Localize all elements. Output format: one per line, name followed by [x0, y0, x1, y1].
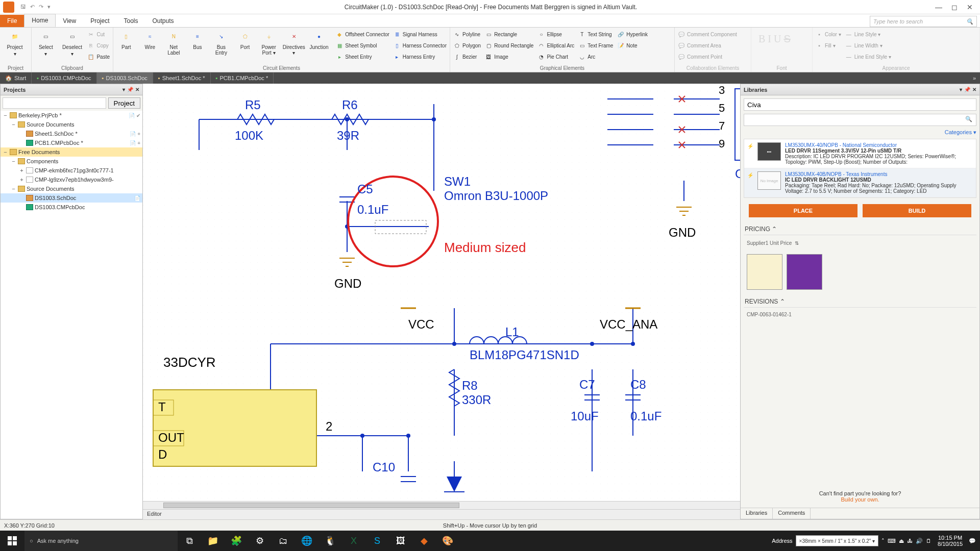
select-button[interactable]: ▭Select▾: [35, 29, 57, 57]
taskbar-excel-icon[interactable]: X: [342, 531, 365, 551]
harnessconn-button[interactable]: ▯Harness Connector: [394, 40, 447, 51]
doctab-start[interactable]: 🏠Start: [0, 72, 32, 84]
tray-keyboard-icon[interactable]: ⌨: [888, 538, 896, 544]
powerport-button[interactable]: ⏚Power Port ▾: [259, 29, 279, 56]
tree-node[interactable]: −Berkeley.PrjPcb *📄 ✔: [1, 111, 142, 120]
bus-button[interactable]: ≡Bus: [188, 29, 208, 50]
harnessentry-button[interactable]: ▸Harness Entry: [394, 52, 447, 62]
taskbar-chrome-icon[interactable]: 🌐: [295, 531, 318, 551]
search-result-2[interactable]: ⚡ No Image LM3530UMX-40B/NOPB - Texas In…: [744, 168, 976, 197]
qat-dropdown-icon[interactable]: ▾: [47, 4, 51, 10]
libs-dropdown-icon[interactable]: ▾: [960, 87, 962, 92]
tray-volume-icon[interactable]: 🔊: [916, 538, 923, 544]
polygon-button[interactable]: ⬠Polygon: [453, 40, 481, 51]
tab-tools[interactable]: Tools: [117, 15, 145, 27]
tab-project[interactable]: Project: [83, 15, 116, 27]
search-icon[interactable]: 🔍: [966, 18, 973, 25]
panel-dropdown-icon[interactable]: ▾: [122, 87, 125, 92]
tray-network-icon[interactable]: 🖧: [907, 538, 913, 544]
wire-button[interactable]: ≈Wire: [140, 29, 160, 50]
cortana-search[interactable]: ○Ask me anything: [24, 531, 178, 551]
qat-redo-icon[interactable]: ↷: [39, 4, 43, 10]
tray-clock[interactable]: 10:15 PM8/10/2015: [935, 535, 966, 547]
footer-tab-comments[interactable]: Comments: [773, 508, 811, 519]
taskbar-app3-icon[interactable]: 🗂: [272, 531, 295, 551]
roundrect-button[interactable]: ▢Round Rectangle: [485, 40, 533, 51]
project-button[interactable]: 📁Project▾: [3, 29, 27, 57]
horizontal-scrollbar[interactable]: [143, 501, 740, 509]
projects-filter-input[interactable]: [3, 97, 106, 109]
doctab-3[interactable]: ▪Sheet1.SchDoc *: [153, 72, 211, 84]
rectangle-button[interactable]: ▭Rectangle: [485, 29, 533, 39]
ribbon-search[interactable]: Type here to search🔍: [870, 16, 977, 27]
projects-tree[interactable]: −Berkeley.PrjPcb *📄 ✔−Source DocumentsSh…: [1, 111, 142, 519]
netlabel-button[interactable]: NNet Label: [164, 29, 184, 56]
pie-button[interactable]: ◔Pie Chart: [537, 52, 574, 62]
textstring-button[interactable]: TText String: [578, 29, 613, 39]
projects-project-button[interactable]: Project: [108, 97, 140, 109]
copy-button[interactable]: ⎘Copy: [87, 40, 110, 51]
paste-button[interactable]: 📋Paste: [87, 52, 110, 62]
schematic-canvas[interactable]: R5100K R639R C50.1uF SW1Omron B3U-1000P …: [143, 84, 740, 501]
tray-notifications-icon[interactable]: 💬: [969, 538, 976, 544]
image-button[interactable]: 🖼Image: [485, 52, 533, 62]
offsheet-button[interactable]: ◆Offsheet Connector: [336, 29, 389, 39]
qat-save-icon[interactable]: 🖫: [20, 4, 26, 10]
doctabs-overflow-icon[interactable]: »: [969, 75, 980, 81]
arc-button[interactable]: ◡Arc: [578, 52, 613, 62]
model-footprint[interactable]: [787, 254, 822, 290]
start-button[interactable]: [0, 531, 24, 551]
tree-node[interactable]: PCB1.CMPcbDoc *📄 +: [1, 138, 142, 147]
minimize-icon[interactable]: —: [935, 3, 942, 11]
polyline-button[interactable]: ∿Polyline: [453, 29, 481, 39]
tab-home[interactable]: Home: [24, 14, 56, 27]
taskbar-paint-icon[interactable]: 🎨: [436, 531, 459, 551]
earc-button[interactable]: ◠Elliptical Arc: [537, 40, 574, 51]
doctab-2[interactable]: ▪DS1003.SchDoc: [97, 72, 153, 84]
doctab-4[interactable]: ▪PCB1.CMPcbDoc *: [211, 72, 274, 84]
sheetentry-button[interactable]: ▸Sheet Entry: [336, 52, 389, 62]
libraries-search-input[interactable]: [744, 98, 976, 111]
taskbar-skype-icon[interactable]: S: [365, 531, 389, 551]
textframe-button[interactable]: ▭Text Frame: [578, 40, 613, 51]
tree-node[interactable]: −Source Documents: [1, 120, 142, 129]
place-button[interactable]: PLACE: [749, 204, 857, 217]
sort-icon[interactable]: ⇅: [795, 240, 799, 246]
panel-pin-icon[interactable]: 📌: [127, 87, 133, 92]
tray-removable-icon[interactable]: ⏏: [899, 538, 904, 544]
busentry-button[interactable]: ↘Bus Entry: [211, 29, 231, 56]
tree-node[interactable]: −Source Documents: [1, 184, 142, 193]
revision-row[interactable]: CMP-0063-01462-1: [744, 311, 976, 318]
taskbar-circuitmaker-icon[interactable]: ◆: [412, 531, 436, 551]
close-icon[interactable]: ✕: [967, 3, 973, 11]
doctab-1[interactable]: ▪DS1003.CMPcbDoc: [32, 72, 96, 84]
tray-up-icon[interactable]: ˄: [881, 538, 885, 544]
ellipse-button[interactable]: ○Ellipse: [537, 29, 574, 39]
taskbar-explorer-icon[interactable]: 📁: [201, 531, 225, 551]
cut-button[interactable]: ✂Cut: [87, 29, 110, 39]
junction-button[interactable]: ●Junction: [309, 29, 329, 50]
deselect-button[interactable]: ▭Deselect▾: [61, 29, 84, 57]
qat-undo-icon[interactable]: ↶: [30, 4, 35, 10]
tree-node[interactable]: +CMP-lg9zxv7epb1hdwyow3m9-: [1, 175, 142, 184]
tab-view[interactable]: View: [56, 15, 83, 27]
tree-node[interactable]: Sheet1.SchDoc *📄 +: [1, 129, 142, 138]
build-button[interactable]: BUILD: [863, 204, 971, 217]
sheetsymbol-button[interactable]: ▦Sheet Symbol: [336, 40, 389, 51]
directives-button[interactable]: ✕Directives ▾: [283, 29, 305, 56]
build-your-own-link[interactable]: Build your own.: [841, 496, 879, 503]
pricing-section[interactable]: PRICING ⌃: [744, 223, 976, 235]
tree-node[interactable]: DS1003.SchDoc📄: [1, 193, 142, 203]
libs-pin-icon[interactable]: 📌: [964, 87, 970, 92]
note-button[interactable]: 📝Note: [617, 40, 648, 51]
categories-link[interactable]: Categories ▾: [744, 129, 976, 136]
tree-node[interactable]: DS1003.CMPcbDoc: [1, 203, 142, 212]
libs-close-icon[interactable]: ✕: [972, 87, 976, 92]
taskbar-photos-icon[interactable]: 🖼: [389, 531, 412, 551]
search-result-1[interactable]: ⚡ ▪▪▪ LM3530UMX-40/NOPB - National Semic…: [744, 139, 976, 168]
model-schematic[interactable]: [747, 254, 782, 290]
footer-tab-libraries[interactable]: Libraries: [741, 508, 773, 519]
part-button[interactable]: ▯Part: [116, 29, 136, 50]
tree-node[interactable]: +CMP-ekmb6fxc71pg3nt0c777-1: [1, 166, 142, 175]
tree-node[interactable]: −Free Documents: [1, 147, 142, 157]
